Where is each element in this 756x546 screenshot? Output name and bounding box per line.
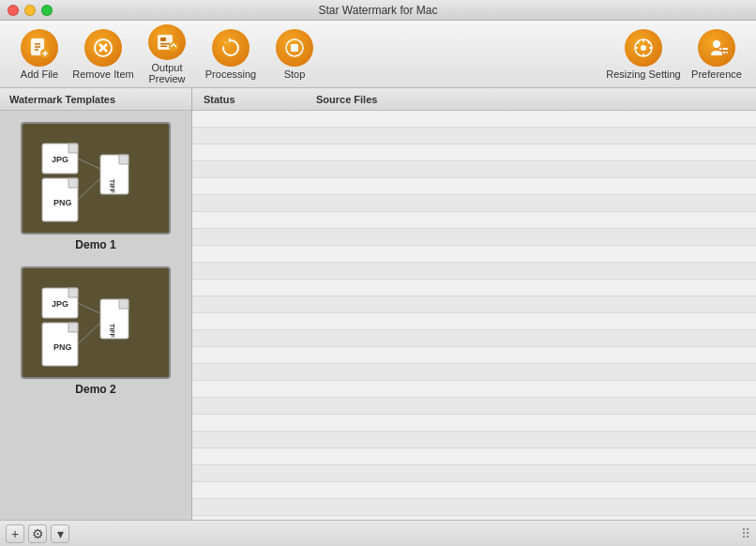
svg-marker-46 bbox=[119, 299, 129, 309]
status-column-header: Status bbox=[192, 94, 305, 105]
svg-line-52 bbox=[78, 323, 100, 344]
table-row bbox=[192, 465, 756, 482]
file-rows bbox=[192, 111, 756, 520]
svg-text:PNG: PNG bbox=[53, 198, 72, 207]
toolbar-right: Resizing Setting Preference bbox=[606, 24, 748, 84]
svg-text:PNG: PNG bbox=[53, 342, 72, 352]
add-icon: + bbox=[11, 526, 19, 541]
svg-text:JPG: JPG bbox=[52, 299, 68, 309]
add-template-button[interactable]: + bbox=[6, 524, 24, 543]
svg-rect-22 bbox=[635, 47, 638, 49]
window-controls[interactable] bbox=[8, 5, 53, 16]
add-file-label: Add File bbox=[21, 68, 58, 80]
svg-rect-20 bbox=[643, 39, 644, 42]
demo2-label: Demo 2 bbox=[75, 383, 115, 396]
svg-marker-32 bbox=[68, 178, 78, 188]
svg-rect-17 bbox=[291, 44, 298, 52]
template-item-demo2[interactable]: PNG TIFF JPG Demo 2 bbox=[8, 263, 184, 400]
demo1-diagram: PNG TIFF JPG bbox=[25, 127, 166, 230]
table-row bbox=[192, 229, 756, 246]
close-button[interactable] bbox=[8, 5, 19, 16]
processing-button[interactable]: Processing bbox=[199, 24, 263, 84]
svg-rect-13 bbox=[160, 43, 170, 45]
table-row bbox=[192, 161, 756, 178]
svg-marker-43 bbox=[68, 323, 78, 332]
toolbar-left: Add File Remove Item bbox=[8, 24, 606, 84]
table-row bbox=[192, 499, 756, 516]
gear-icon: ⚙ bbox=[32, 526, 44, 541]
stop-button[interactable]: Stop bbox=[263, 24, 326, 84]
svg-rect-21 bbox=[643, 53, 644, 56]
watermark-templates-header: Watermark Templates bbox=[0, 88, 191, 111]
table-row bbox=[192, 381, 756, 398]
table-row bbox=[192, 144, 756, 161]
table-row bbox=[192, 178, 756, 195]
processing-label: Processing bbox=[205, 68, 256, 80]
source-files-column-header: Source Files bbox=[305, 94, 756, 105]
table-row bbox=[192, 296, 756, 313]
svg-marker-35 bbox=[119, 155, 129, 164]
drag-dots-icon: ⠿ bbox=[741, 526, 750, 541]
watermark-templates-title: Watermark Templates bbox=[9, 94, 115, 105]
dropdown-button[interactable]: ▾ bbox=[51, 524, 69, 543]
table-row bbox=[192, 263, 756, 280]
table-row bbox=[192, 280, 756, 296]
remove-item-icon bbox=[84, 29, 122, 67]
right-panel: Status Source Files bbox=[192, 88, 756, 520]
resizing-setting-label: Resizing Setting bbox=[606, 68, 681, 80]
template-list: PNG TIFF JPG Demo 1 bbox=[0, 111, 191, 520]
svg-line-40 bbox=[78, 159, 100, 169]
output-preview-button[interactable]: Output Preview bbox=[135, 24, 199, 84]
resizing-setting-button[interactable]: Resizing Setting bbox=[606, 24, 681, 84]
table-row bbox=[192, 347, 756, 364]
table-row bbox=[192, 415, 756, 432]
maximize-button[interactable] bbox=[41, 5, 53, 16]
svg-point-29 bbox=[718, 47, 722, 51]
preference-label: Preference bbox=[691, 68, 742, 80]
settings-button[interactable]: ⚙ bbox=[28, 524, 47, 543]
table-row bbox=[192, 313, 756, 330]
remove-item-button[interactable]: Remove Item bbox=[71, 24, 135, 84]
left-panel: Watermark Templates PNG TIFF bbox=[0, 88, 192, 520]
svg-rect-14 bbox=[160, 45, 167, 47]
title-bar: Star Watermark for Mac bbox=[0, 0, 756, 21]
svg-line-41 bbox=[78, 178, 100, 200]
chevron-down-icon: ▾ bbox=[57, 526, 64, 541]
table-row bbox=[192, 516, 756, 520]
table-row bbox=[192, 246, 756, 263]
template-thumbnail-demo2: PNG TIFF JPG bbox=[21, 266, 171, 379]
table-row bbox=[192, 448, 756, 465]
table-row bbox=[192, 111, 756, 128]
svg-text:JPG: JPG bbox=[52, 155, 68, 164]
svg-point-26 bbox=[713, 40, 720, 48]
table-row bbox=[192, 432, 756, 448]
template-item-demo1[interactable]: PNG TIFF JPG Demo 1 bbox=[8, 118, 184, 255]
svg-text:TIFF: TIFF bbox=[109, 324, 115, 338]
resize-handle: ⠿ bbox=[73, 526, 750, 541]
add-file-button[interactable]: Add File bbox=[8, 24, 71, 84]
column-headers: Status Source Files bbox=[192, 88, 756, 111]
svg-point-30 bbox=[722, 51, 726, 54]
toolbar: Add File Remove Item bbox=[0, 21, 756, 88]
svg-rect-12 bbox=[160, 38, 166, 41]
preference-icon bbox=[698, 29, 735, 67]
table-row bbox=[192, 364, 756, 381]
preference-button[interactable]: Preference bbox=[685, 24, 748, 84]
svg-rect-23 bbox=[649, 47, 652, 49]
table-row bbox=[192, 128, 756, 144]
stop-icon bbox=[276, 29, 313, 67]
template-thumbnail-demo1: PNG TIFF JPG bbox=[21, 122, 171, 235]
minimize-button[interactable] bbox=[24, 5, 36, 16]
main-content: Watermark Templates PNG TIFF bbox=[0, 88, 756, 520]
window-title: Star Watermark for Mac bbox=[319, 4, 438, 17]
table-row bbox=[192, 482, 756, 499]
svg-point-19 bbox=[641, 45, 646, 51]
svg-marker-38 bbox=[68, 144, 78, 153]
table-row bbox=[192, 212, 756, 229]
output-preview-label: Output Preview bbox=[135, 62, 199, 84]
demo1-label: Demo 1 bbox=[75, 238, 115, 251]
bottom-bar: + ⚙ ▾ ⠿ bbox=[0, 520, 756, 546]
resizing-setting-icon bbox=[625, 29, 662, 67]
processing-icon bbox=[212, 29, 249, 67]
table-row bbox=[192, 398, 756, 415]
